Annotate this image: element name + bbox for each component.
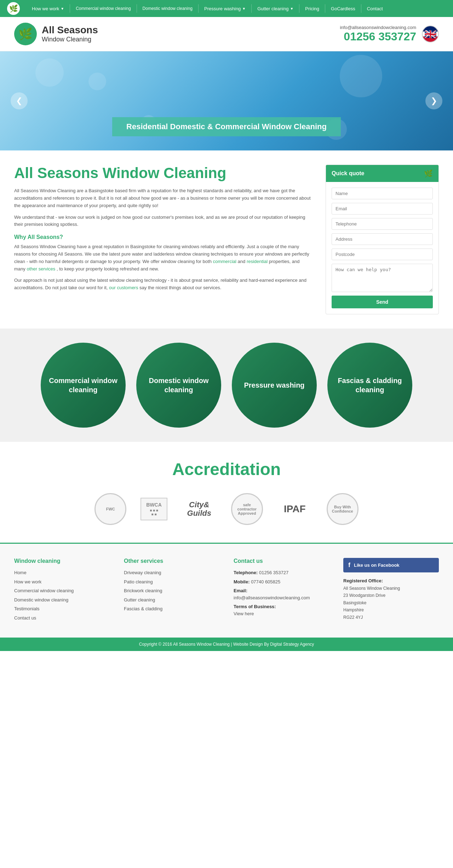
logo-icon-circle: 🌿 (14, 23, 37, 45)
logo-tree-icon: 🌿 (18, 27, 33, 41)
footer-link-brickwork[interactable]: Brickwork cleaning (124, 587, 219, 594)
address-field[interactable] (332, 233, 433, 245)
acc-fwc: FWC (94, 493, 126, 525)
reg-line-5: RG22 4YJ (343, 615, 363, 620)
nav-item-pricing[interactable]: Pricing (299, 0, 325, 17)
bubble-1 (35, 58, 64, 87)
acc-ipaf-label: IPAF (284, 503, 306, 515)
accreditation-logos: FWC BWCA ■ ■ ■■ ■ City&Guilds safe contr… (14, 493, 439, 525)
residential-link[interactable]: residential (247, 259, 268, 264)
nav-item-commercial[interactable]: Commercial window cleaning (70, 0, 136, 17)
service-domestic-label: Domestic window cleaning (136, 369, 221, 401)
registered-office-title: Registered Office: (343, 578, 439, 583)
main-title: All Seasons Window Cleaning (14, 165, 311, 182)
main-para-4: Our approach is not just about using the… (14, 277, 311, 292)
main-content: All Seasons Window Cleaning All Seasons … (14, 165, 311, 314)
footer-telephone: Telephone: 01256 353727 (234, 569, 329, 576)
copyright-bar: Copyright © 2016 All Seasons Window Clea… (0, 638, 453, 651)
commercial-link[interactable]: commercial (213, 259, 236, 264)
brand-sub: Window Cleaning (42, 36, 98, 43)
nav-items-container: How we work ▼ Commercial window cleaning… (26, 0, 389, 17)
service-commercial-label: Commercial window cleaning (41, 369, 126, 401)
send-button[interactable]: Send (332, 296, 433, 308)
service-domestic[interactable]: Domestic window cleaning (136, 343, 221, 428)
nav-item-domestic[interactable]: Domestic window cleaning (137, 0, 198, 17)
acc-bwca-sub: ■ ■ ■■ ■ (146, 508, 162, 516)
acc-buy-label: Buy With Confidence (331, 505, 355, 513)
footer-terms-link[interactable]: View here (234, 610, 329, 617)
footer-terms-label: Terms of Business: (234, 604, 276, 609)
footer-link-fascias[interactable]: Fascias & cladding (124, 605, 219, 612)
message-field[interactable] (332, 264, 433, 292)
quick-quote-form: Quick quote 🌿 Send (326, 165, 439, 314)
telephone-field[interactable] (332, 218, 433, 230)
main-para-2: We understand that - we know our work is… (14, 214, 311, 229)
bubble-3 (340, 55, 382, 97)
acc-ipaf: IPAF (277, 495, 312, 523)
nav-item-contact[interactable]: Contact (361, 0, 389, 17)
nav-item-gocardless[interactable]: GoCardless (325, 0, 361, 17)
footer-link-commercial[interactable]: Commercial window cleaning (14, 587, 110, 594)
nav-item-pressure[interactable]: Pressure washing ▼ (199, 0, 251, 17)
email-field[interactable] (332, 203, 433, 215)
facebook-button[interactable]: f Like us on Facebook (343, 558, 439, 572)
footer-terms: Terms of Business: View here (234, 603, 329, 617)
hero-next-button[interactable]: ❯ (425, 92, 442, 109)
bubble-2 (88, 73, 106, 90)
quick-quote-header: Quick quote 🌿 (326, 165, 438, 182)
header-email: info@allseasonswindowcleaning.com (340, 25, 416, 30)
nav-item-how-we-work[interactable]: How we work ▼ (26, 0, 70, 17)
acc-bwca-label: BWCA (146, 502, 162, 508)
footer-link-home[interactable]: Home (14, 569, 110, 576)
para3c-text: , to keep your property looking refreshe… (57, 266, 159, 272)
nav-item-gutter[interactable]: Gutter cleaning ▼ (252, 0, 299, 17)
hero-banner: Residential Domestic & Commercial Window… (112, 117, 341, 136)
acc-fwc-label: FWC (106, 507, 115, 511)
footer-tel-label: Telephone: (234, 570, 258, 575)
hero-prev-button[interactable]: ❮ (11, 92, 28, 109)
accreditation-section: Accreditation FWC BWCA ■ ■ ■■ ■ City&Gui… (0, 442, 453, 543)
service-fascias[interactable]: Fascias & cladding cleaning (327, 343, 412, 428)
site-logo: 🌿 All Seasons Window Cleaning (14, 23, 98, 45)
acc-safecontractor: safe contractor Approved (231, 493, 263, 525)
service-pressure[interactable]: Pressure washing (232, 343, 317, 428)
service-commercial[interactable]: Commercial window cleaning (41, 343, 126, 428)
chevron-down-icon-2: ▼ (242, 7, 246, 11)
name-field[interactable] (332, 188, 433, 199)
header-right: info@allseasonswindowcleaning.com 01256 … (340, 25, 439, 43)
footer-col-social: f Like us on Facebook Registered Office:… (343, 558, 439, 623)
footer-link-testimonials[interactable]: Testimonials (14, 605, 110, 612)
postcode-field[interactable] (332, 249, 433, 260)
footer-link-gutter[interactable]: Gutter cleaning (124, 596, 219, 604)
footer-col-window-cleaning: Window cleaning Home How we work Commerc… (14, 558, 110, 623)
acc-buy-confidence: Buy With Confidence (327, 493, 359, 525)
footer-mob-value: 07740 605825 (251, 579, 280, 584)
nav-tree-icon: 🌿 (9, 4, 18, 13)
nav-label-gutter: Gutter cleaning (257, 6, 288, 11)
acc-city-label: City&Guilds (187, 501, 211, 518)
reg-line-3: Basingstoke (343, 600, 366, 605)
nav-logo: 🌿 (7, 2, 20, 15)
hero-section: ❮ Residential Domestic & Commercial Wind… (0, 51, 453, 150)
site-header: 🌿 All Seasons Window Cleaning info@allse… (0, 17, 453, 51)
nav-label-commercial: Commercial window cleaning (76, 6, 131, 11)
customers-link[interactable]: our customers (109, 285, 138, 290)
accreditation-title: Accreditation (14, 459, 439, 479)
next-arrow-icon: ❯ (431, 96, 437, 105)
footer-col1-title: Window cleaning (14, 558, 110, 564)
hero-banner-text: Residential Domestic & Commercial Window… (126, 122, 327, 131)
header-phone[interactable]: 01256 353727 (340, 30, 416, 43)
footer-link-how-we-work[interactable]: How we work (14, 578, 110, 586)
footer-link-driveway[interactable]: Driveway cleaning (124, 569, 219, 576)
footer-link-domestic[interactable]: Domestic window cleaning (14, 596, 110, 604)
footer-email-label: Email: (234, 588, 247, 593)
brand-name: All Seasons (42, 25, 98, 36)
footer-link-contact[interactable]: Contact us (14, 615, 110, 622)
footer-email-section: Email: info@allseasonswindowcleaning.com (234, 587, 329, 601)
acc-safe-label: safe contractor Approved (235, 503, 259, 515)
footer-email-link[interactable]: info@allseasonswindowcleaning.com (234, 594, 329, 601)
service-fascias-label: Fascias & cladding cleaning (327, 369, 412, 401)
other-services-link[interactable]: other services (27, 266, 55, 272)
footer-col-contact: Contact us Telephone: 01256 353727 Mobil… (234, 558, 329, 623)
footer-link-patio[interactable]: Patio cleaning (124, 578, 219, 586)
